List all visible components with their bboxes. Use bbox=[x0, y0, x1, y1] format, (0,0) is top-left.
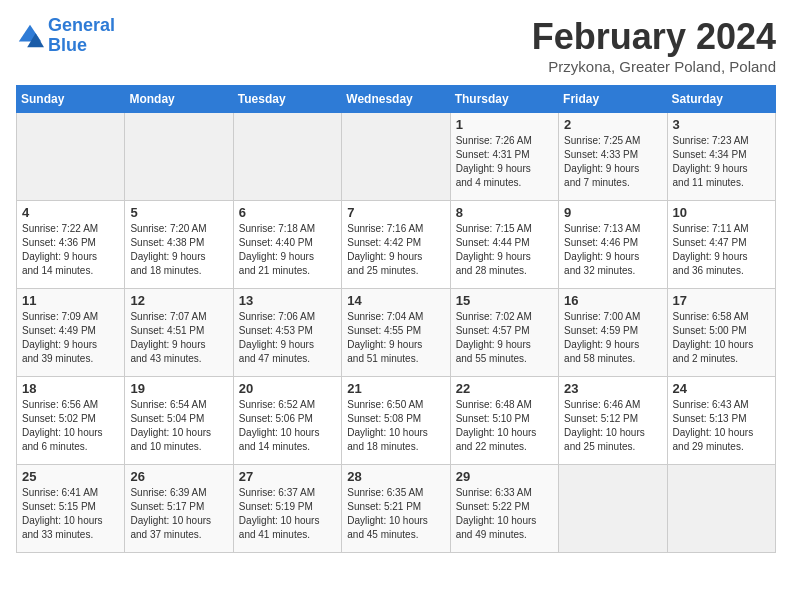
day-info: Sunrise: 6:41 AM Sunset: 5:15 PM Dayligh… bbox=[22, 486, 119, 542]
day-info: Sunrise: 7:11 AM Sunset: 4:47 PM Dayligh… bbox=[673, 222, 770, 278]
day-info: Sunrise: 7:25 AM Sunset: 4:33 PM Dayligh… bbox=[564, 134, 661, 190]
day-info: Sunrise: 6:43 AM Sunset: 5:13 PM Dayligh… bbox=[673, 398, 770, 454]
weekday-header-sunday: Sunday bbox=[17, 86, 125, 113]
day-info: Sunrise: 6:33 AM Sunset: 5:22 PM Dayligh… bbox=[456, 486, 553, 542]
calendar-cell: 18Sunrise: 6:56 AM Sunset: 5:02 PM Dayli… bbox=[17, 377, 125, 465]
title-block: February 2024 Przykona, Greater Poland, … bbox=[532, 16, 776, 75]
day-info: Sunrise: 6:39 AM Sunset: 5:17 PM Dayligh… bbox=[130, 486, 227, 542]
calendar-cell: 21Sunrise: 6:50 AM Sunset: 5:08 PM Dayli… bbox=[342, 377, 450, 465]
day-info: Sunrise: 6:50 AM Sunset: 5:08 PM Dayligh… bbox=[347, 398, 444, 454]
calendar-cell bbox=[125, 113, 233, 201]
day-number: 29 bbox=[456, 469, 553, 484]
day-number: 12 bbox=[130, 293, 227, 308]
day-info: Sunrise: 7:07 AM Sunset: 4:51 PM Dayligh… bbox=[130, 310, 227, 366]
calendar-week-1: 1Sunrise: 7:26 AM Sunset: 4:31 PM Daylig… bbox=[17, 113, 776, 201]
day-number: 6 bbox=[239, 205, 336, 220]
day-number: 28 bbox=[347, 469, 444, 484]
month-title: February 2024 bbox=[532, 16, 776, 58]
calendar-cell bbox=[559, 465, 667, 553]
day-number: 14 bbox=[347, 293, 444, 308]
day-number: 16 bbox=[564, 293, 661, 308]
calendar-week-5: 25Sunrise: 6:41 AM Sunset: 5:15 PM Dayli… bbox=[17, 465, 776, 553]
calendar-week-3: 11Sunrise: 7:09 AM Sunset: 4:49 PM Dayli… bbox=[17, 289, 776, 377]
calendar-cell bbox=[667, 465, 775, 553]
calendar-cell: 23Sunrise: 6:46 AM Sunset: 5:12 PM Dayli… bbox=[559, 377, 667, 465]
calendar-week-4: 18Sunrise: 6:56 AM Sunset: 5:02 PM Dayli… bbox=[17, 377, 776, 465]
day-info: Sunrise: 6:58 AM Sunset: 5:00 PM Dayligh… bbox=[673, 310, 770, 366]
calendar-cell bbox=[233, 113, 341, 201]
day-number: 15 bbox=[456, 293, 553, 308]
day-info: Sunrise: 7:20 AM Sunset: 4:38 PM Dayligh… bbox=[130, 222, 227, 278]
day-number: 5 bbox=[130, 205, 227, 220]
day-number: 26 bbox=[130, 469, 227, 484]
calendar-cell: 5Sunrise: 7:20 AM Sunset: 4:38 PM Daylig… bbox=[125, 201, 233, 289]
day-info: Sunrise: 7:09 AM Sunset: 4:49 PM Dayligh… bbox=[22, 310, 119, 366]
logo-text: General Blue bbox=[48, 16, 115, 56]
day-number: 4 bbox=[22, 205, 119, 220]
day-number: 8 bbox=[456, 205, 553, 220]
day-info: Sunrise: 7:26 AM Sunset: 4:31 PM Dayligh… bbox=[456, 134, 553, 190]
weekday-header-thursday: Thursday bbox=[450, 86, 558, 113]
day-info: Sunrise: 6:35 AM Sunset: 5:21 PM Dayligh… bbox=[347, 486, 444, 542]
day-number: 18 bbox=[22, 381, 119, 396]
day-number: 2 bbox=[564, 117, 661, 132]
calendar-week-2: 4Sunrise: 7:22 AM Sunset: 4:36 PM Daylig… bbox=[17, 201, 776, 289]
day-info: Sunrise: 7:06 AM Sunset: 4:53 PM Dayligh… bbox=[239, 310, 336, 366]
calendar-cell: 20Sunrise: 6:52 AM Sunset: 5:06 PM Dayli… bbox=[233, 377, 341, 465]
day-number: 7 bbox=[347, 205, 444, 220]
day-info: Sunrise: 7:04 AM Sunset: 4:55 PM Dayligh… bbox=[347, 310, 444, 366]
calendar-cell: 26Sunrise: 6:39 AM Sunset: 5:17 PM Dayli… bbox=[125, 465, 233, 553]
calendar-cell: 1Sunrise: 7:26 AM Sunset: 4:31 PM Daylig… bbox=[450, 113, 558, 201]
day-number: 24 bbox=[673, 381, 770, 396]
calendar-table: SundayMondayTuesdayWednesdayThursdayFrid… bbox=[16, 85, 776, 553]
day-number: 1 bbox=[456, 117, 553, 132]
calendar-cell: 10Sunrise: 7:11 AM Sunset: 4:47 PM Dayli… bbox=[667, 201, 775, 289]
day-number: 13 bbox=[239, 293, 336, 308]
page-header: General Blue February 2024 Przykona, Gre… bbox=[16, 16, 776, 75]
day-number: 27 bbox=[239, 469, 336, 484]
day-number: 19 bbox=[130, 381, 227, 396]
day-number: 22 bbox=[456, 381, 553, 396]
calendar-cell: 22Sunrise: 6:48 AM Sunset: 5:10 PM Dayli… bbox=[450, 377, 558, 465]
day-info: Sunrise: 6:56 AM Sunset: 5:02 PM Dayligh… bbox=[22, 398, 119, 454]
location: Przykona, Greater Poland, Poland bbox=[532, 58, 776, 75]
logo-icon bbox=[16, 22, 44, 50]
day-info: Sunrise: 7:22 AM Sunset: 4:36 PM Dayligh… bbox=[22, 222, 119, 278]
day-info: Sunrise: 6:46 AM Sunset: 5:12 PM Dayligh… bbox=[564, 398, 661, 454]
calendar-cell: 11Sunrise: 7:09 AM Sunset: 4:49 PM Dayli… bbox=[17, 289, 125, 377]
calendar-cell: 19Sunrise: 6:54 AM Sunset: 5:04 PM Dayli… bbox=[125, 377, 233, 465]
calendar-cell bbox=[17, 113, 125, 201]
day-number: 10 bbox=[673, 205, 770, 220]
day-info: Sunrise: 7:18 AM Sunset: 4:40 PM Dayligh… bbox=[239, 222, 336, 278]
calendar-cell: 15Sunrise: 7:02 AM Sunset: 4:57 PM Dayli… bbox=[450, 289, 558, 377]
day-info: Sunrise: 6:52 AM Sunset: 5:06 PM Dayligh… bbox=[239, 398, 336, 454]
calendar-cell: 14Sunrise: 7:04 AM Sunset: 4:55 PM Dayli… bbox=[342, 289, 450, 377]
calendar-cell: 4Sunrise: 7:22 AM Sunset: 4:36 PM Daylig… bbox=[17, 201, 125, 289]
calendar-cell: 13Sunrise: 7:06 AM Sunset: 4:53 PM Dayli… bbox=[233, 289, 341, 377]
calendar-cell: 29Sunrise: 6:33 AM Sunset: 5:22 PM Dayli… bbox=[450, 465, 558, 553]
day-number: 25 bbox=[22, 469, 119, 484]
day-info: Sunrise: 7:13 AM Sunset: 4:46 PM Dayligh… bbox=[564, 222, 661, 278]
calendar-cell: 2Sunrise: 7:25 AM Sunset: 4:33 PM Daylig… bbox=[559, 113, 667, 201]
calendar-cell: 8Sunrise: 7:15 AM Sunset: 4:44 PM Daylig… bbox=[450, 201, 558, 289]
calendar-cell: 6Sunrise: 7:18 AM Sunset: 4:40 PM Daylig… bbox=[233, 201, 341, 289]
day-info: Sunrise: 6:37 AM Sunset: 5:19 PM Dayligh… bbox=[239, 486, 336, 542]
day-info: Sunrise: 7:16 AM Sunset: 4:42 PM Dayligh… bbox=[347, 222, 444, 278]
day-number: 3 bbox=[673, 117, 770, 132]
day-info: Sunrise: 7:00 AM Sunset: 4:59 PM Dayligh… bbox=[564, 310, 661, 366]
calendar-cell: 16Sunrise: 7:00 AM Sunset: 4:59 PM Dayli… bbox=[559, 289, 667, 377]
day-number: 9 bbox=[564, 205, 661, 220]
calendar-cell: 12Sunrise: 7:07 AM Sunset: 4:51 PM Dayli… bbox=[125, 289, 233, 377]
day-number: 11 bbox=[22, 293, 119, 308]
weekday-header-friday: Friday bbox=[559, 86, 667, 113]
weekday-header-monday: Monday bbox=[125, 86, 233, 113]
calendar-cell: 27Sunrise: 6:37 AM Sunset: 5:19 PM Dayli… bbox=[233, 465, 341, 553]
logo: General Blue bbox=[16, 16, 115, 56]
calendar-cell: 28Sunrise: 6:35 AM Sunset: 5:21 PM Dayli… bbox=[342, 465, 450, 553]
day-info: Sunrise: 6:54 AM Sunset: 5:04 PM Dayligh… bbox=[130, 398, 227, 454]
day-number: 17 bbox=[673, 293, 770, 308]
day-info: Sunrise: 7:02 AM Sunset: 4:57 PM Dayligh… bbox=[456, 310, 553, 366]
day-number: 21 bbox=[347, 381, 444, 396]
calendar-cell: 3Sunrise: 7:23 AM Sunset: 4:34 PM Daylig… bbox=[667, 113, 775, 201]
day-number: 20 bbox=[239, 381, 336, 396]
